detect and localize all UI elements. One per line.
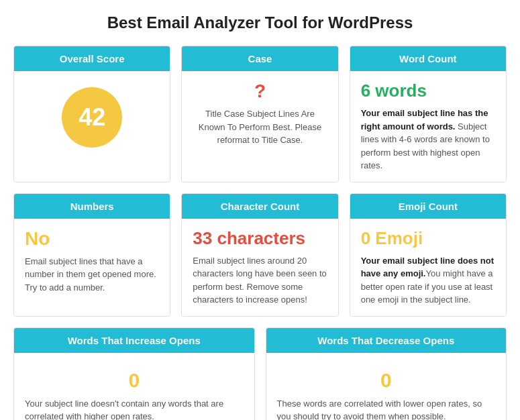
words-decrease-description: These words are correlated with lower op… xyxy=(277,397,496,421)
words-decrease-value: 0 xyxy=(277,369,496,392)
word-count-card: Word Count 6 words Your email subject li… xyxy=(350,46,507,182)
words-decrease-header: Words That Decrease Opens xyxy=(266,328,507,353)
character-count-card: Character Count 33 characters Email subj… xyxy=(181,193,338,317)
numbers-card: Numbers No Email subject lines that have… xyxy=(13,193,170,317)
overall-score-card: Overall Score 42 xyxy=(13,46,170,182)
emoji-count-description: Your email subject line does not have an… xyxy=(361,254,495,307)
page-title: Best Email Analyzer Tool for WordPress xyxy=(13,13,507,32)
word-count-value: 6 words xyxy=(361,81,495,101)
word-count-description: Your email subject line has the right am… xyxy=(361,107,495,172)
numbers-value: No xyxy=(25,228,159,250)
emoji-count-card: Emoji Count 0 Emoji Your email subject l… xyxy=(350,193,507,317)
emoji-count-header: Emoji Count xyxy=(350,194,506,219)
case-card: Case ? Title Case Subject Lines Are Know… xyxy=(181,46,338,182)
case-description: Title Case Subject Lines Are Known To Pe… xyxy=(193,107,327,147)
words-decrease-card: Words That Decrease Opens 0 These words … xyxy=(266,327,507,421)
overall-score-header: Overall Score xyxy=(14,46,170,71)
case-header: Case xyxy=(182,46,337,71)
character-count-value: 33 characters xyxy=(193,228,327,249)
case-symbol: ? xyxy=(193,81,327,102)
character-count-header: Character Count xyxy=(182,194,337,219)
numbers-description: Email subject lines that have a number i… xyxy=(25,255,159,295)
character-count-description: Email subject lines around 20 characters… xyxy=(193,254,327,307)
emoji-count-value: 0 Emoji xyxy=(361,228,495,249)
words-increase-card: Words That Increase Opens 0 Your subject… xyxy=(13,327,255,421)
words-increase-value: 0 xyxy=(25,369,244,392)
word-count-header: Word Count xyxy=(350,46,506,71)
score-circle: 42 xyxy=(62,87,122,148)
words-increase-description: Your subject line doesn't contain any wo… xyxy=(25,397,244,421)
numbers-header: Numbers xyxy=(14,194,170,219)
words-increase-header: Words That Increase Opens xyxy=(14,328,254,353)
score-value: 42 xyxy=(79,103,105,132)
